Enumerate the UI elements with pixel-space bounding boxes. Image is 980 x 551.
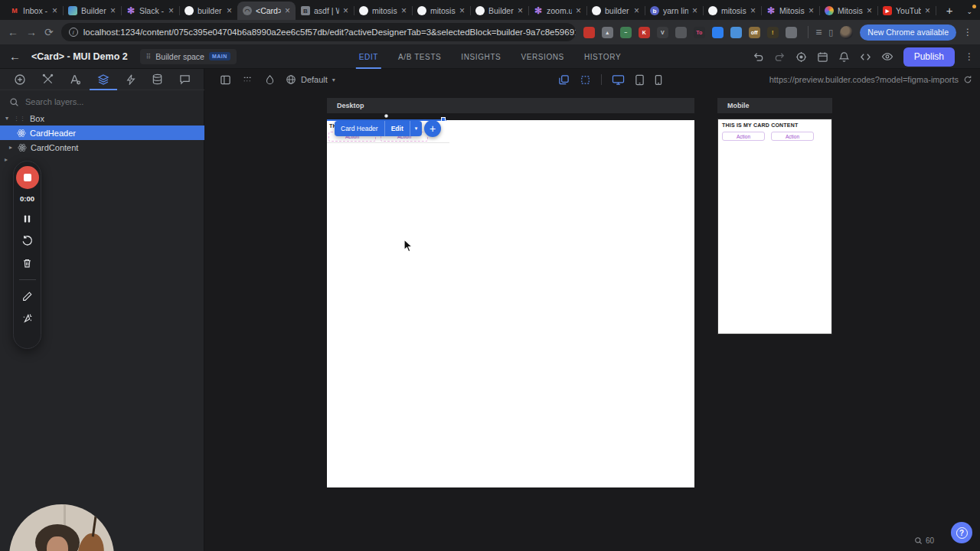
tab-close-icon[interactable]: × [52, 6, 57, 15]
interactions-flame-icon[interactable] [265, 74, 275, 85]
tab-close-icon[interactable]: × [692, 6, 697, 15]
side-panel-icon[interactable]: ▯ [828, 28, 833, 37]
browser-tab[interactable]: mitosis × [412, 2, 470, 20]
tab-search-chevron-icon[interactable]: ⌄ [966, 8, 972, 15]
media-controls-icon[interactable]: ≡ [815, 26, 822, 38]
layer-row-cardheader[interactable]: CardHeader [0, 126, 204, 140]
redo-icon[interactable] [774, 51, 786, 63]
undo-icon[interactable] [753, 51, 764, 63]
extension-icon[interactable]: To [694, 27, 705, 38]
action-button[interactable]: Action [722, 132, 765, 141]
tab-close-icon[interactable]: × [518, 6, 523, 15]
targeting-icon[interactable] [795, 51, 807, 63]
code-icon[interactable] [860, 51, 871, 63]
layers-icon[interactable] [97, 69, 109, 90]
refresh-icon[interactable] [963, 75, 972, 84]
caret-down-icon[interactable]: ▾ [4, 115, 10, 122]
schedule-icon[interactable] [817, 51, 828, 63]
add-block-button[interactable]: + [424, 120, 441, 137]
layer-row-box[interactable]: ▾ ⋮⋮ Box [0, 111, 204, 126]
tab-close-icon[interactable]: × [808, 6, 814, 15]
add-block-icon[interactable] [14, 69, 26, 90]
tab-close-icon[interactable]: × [168, 6, 174, 15]
browser-tab[interactable]: <Card> × [237, 2, 296, 20]
url-bar[interactable]: i localhost:1234/content/075c395e04704b6… [61, 23, 576, 41]
block-name[interactable]: Card Header [335, 121, 384, 136]
browser-tab[interactable]: YouTub × [877, 2, 936, 20]
browser-tab[interactable]: builder × [179, 2, 237, 20]
help-button[interactable]: ? [951, 522, 972, 543]
preview-url[interactable]: https://preview.builder.codes?model=figm… [769, 69, 972, 90]
browser-tab[interactable]: mitosis × [703, 2, 761, 20]
mobile-frame-header[interactable]: Mobile [717, 98, 832, 113]
space-selector[interactable]: ⠿ Builder space MAIN [140, 49, 237, 64]
browser-tab[interactable]: zoom.u × [528, 2, 586, 20]
back-icon[interactable]: ← [8, 26, 18, 38]
pause-icon[interactable] [23, 214, 31, 223]
browser-tab[interactable]: asdf | W × [296, 2, 354, 20]
interactions-icon[interactable] [126, 69, 136, 90]
tab-close-icon[interactable]: × [227, 6, 232, 15]
collapsed-caret-icon[interactable]: ▸ [5, 156, 8, 163]
editor-back-icon[interactable]: ← [9, 50, 21, 63]
locale-selector[interactable]: Default ▾ [286, 74, 335, 85]
tablet-view-icon[interactable] [635, 74, 645, 86]
editor-menu-icon[interactable]: ⋮ [965, 51, 974, 62]
editor-tab[interactable]: VERSIONS [521, 44, 564, 69]
design-canvas[interactable]: Default ▾ https://preview.builder.codes?… [204, 69, 980, 551]
browser-tab[interactable]: Builder × [63, 2, 121, 20]
spacing-guides-icon[interactable] [242, 74, 254, 85]
extension-icon[interactable]: off [749, 27, 760, 38]
action-button[interactable]: Action [771, 132, 814, 141]
publish-button[interactable]: Publish [903, 47, 955, 67]
browser-tab[interactable]: Slack - × [121, 2, 179, 20]
extension-icon[interactable] [712, 27, 724, 38]
tab-close-icon[interactable]: × [343, 6, 348, 15]
preview-eye-icon[interactable] [881, 51, 893, 63]
duplicate-view-icon[interactable] [558, 74, 570, 86]
tab-close-icon[interactable]: × [459, 6, 465, 15]
tab-close-icon[interactable]: × [285, 6, 290, 15]
canvas-zoom-indicator[interactable]: 60 [914, 536, 934, 545]
mobile-view-icon[interactable] [655, 74, 662, 86]
extension-icon[interactable] [583, 27, 595, 38]
editor-tab[interactable]: EDIT [359, 44, 378, 69]
chrome-update-button[interactable]: New Chrome available [860, 24, 956, 41]
effects-magic-icon[interactable] [22, 313, 33, 324]
select-region-icon[interactable] [580, 74, 591, 86]
browser-menu-icon[interactable]: ⋮ [963, 27, 972, 37]
extension-icon[interactable]: ▲ [602, 27, 613, 38]
new-tab-button[interactable]: + [946, 4, 953, 17]
site-info-icon[interactable]: i [69, 28, 78, 37]
notifications-bell-icon[interactable] [838, 51, 850, 63]
browser-tab[interactable]: yarn lin × [645, 2, 703, 20]
extension-icon[interactable] [675, 27, 687, 38]
browser-tab[interactable]: Inbox - × [5, 2, 63, 20]
extension-icon[interactable]: V [657, 27, 668, 38]
styles-icon[interactable] [69, 69, 81, 90]
browser-tab[interactable]: mitosis × [354, 2, 412, 20]
chevron-down-icon[interactable]: ▾ [410, 121, 423, 136]
extension-icon[interactable] [786, 27, 797, 38]
desktop-view-icon[interactable] [612, 74, 625, 86]
panel-toggle-icon[interactable] [220, 74, 231, 86]
comments-icon[interactable] [179, 69, 191, 90]
tab-close-icon[interactable]: × [634, 6, 639, 15]
extension-icon[interactable] [730, 27, 742, 38]
selection-handle[interactable] [441, 117, 446, 122]
desktop-frame[interactable]: THIS IS MY CARD CONTENT Action Action [327, 120, 694, 487]
tab-close-icon[interactable]: × [576, 6, 581, 15]
editor-tab[interactable]: INSIGHTS [461, 44, 501, 69]
caret-right-icon[interactable]: ▸ [8, 144, 14, 151]
draw-pencil-icon[interactable] [22, 292, 32, 302]
browser-tab[interactable]: Builder × [470, 2, 528, 20]
tab-close-icon[interactable]: × [110, 6, 116, 15]
drag-handle-icon[interactable]: ⋮⋮ [14, 116, 26, 122]
trash-icon[interactable] [22, 258, 32, 269]
layer-row-cardcontent[interactable]: ▸ CardContent [0, 140, 204, 155]
selection-anchor-dot[interactable] [384, 114, 388, 118]
tab-close-icon[interactable]: × [750, 6, 756, 15]
tab-close-icon[interactable]: × [401, 6, 407, 15]
edit-button[interactable]: Edit [384, 121, 410, 136]
reload-icon[interactable]: ⟳ [44, 26, 54, 38]
